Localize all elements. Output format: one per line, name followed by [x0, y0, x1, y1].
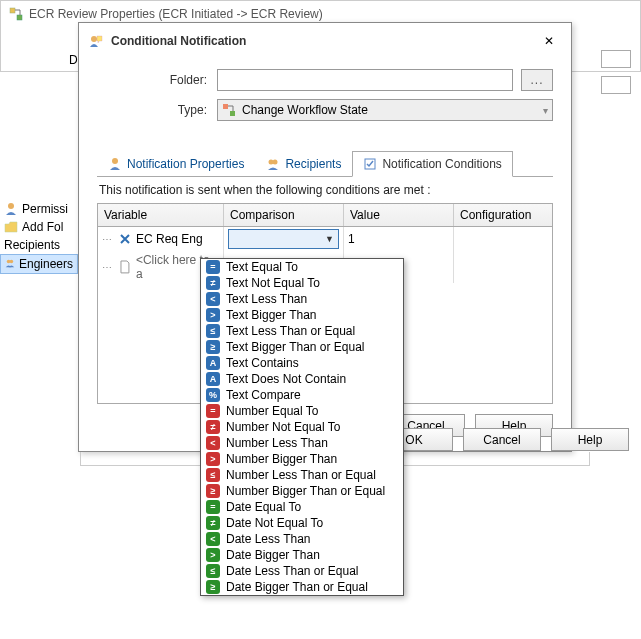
- dropdown-item[interactable]: ≠Number Not Equal To: [201, 419, 403, 435]
- dropdown-item[interactable]: AText Does Not Contain: [201, 371, 403, 387]
- svg-point-4: [10, 260, 14, 264]
- notification-icon: [89, 34, 103, 48]
- tab-label: Recipients: [285, 157, 341, 171]
- col-value[interactable]: Value: [344, 204, 454, 226]
- tree-connector: ⋯: [102, 262, 114, 273]
- dropdown-item-label: Number Bigger Than: [226, 452, 337, 466]
- outer-field-2[interactable]: [601, 76, 631, 94]
- dropdown-item[interactable]: ≤Text Less Than or Equal: [201, 323, 403, 339]
- sidebar-item-add-folder[interactable]: Add Fol: [0, 218, 78, 236]
- dropdown-item-label: Number Equal To: [226, 404, 319, 418]
- table-row[interactable]: ⋯ EC Req Eng ▼ 1: [98, 227, 552, 251]
- tab-recipients[interactable]: Recipients: [255, 151, 352, 176]
- operator-icon: =: [206, 500, 220, 514]
- cell-empty: [454, 251, 552, 283]
- svg-point-2: [8, 203, 14, 209]
- col-configuration[interactable]: Configuration: [454, 204, 552, 226]
- type-label: Type:: [97, 103, 217, 117]
- folder-label: Folder:: [97, 73, 217, 87]
- conditions-icon: [363, 157, 377, 171]
- svg-rect-7: [230, 111, 235, 116]
- sidebar-item-recipients: Recipients: [0, 236, 78, 254]
- folder-input[interactable]: [217, 69, 513, 91]
- dropdown-item-label: Number Not Equal To: [226, 420, 341, 434]
- operator-icon: >: [206, 452, 220, 466]
- close-icon: ✕: [544, 34, 554, 48]
- tree-connector: ⋯: [102, 234, 114, 245]
- outer-field-1[interactable]: [601, 50, 631, 68]
- tab-bar: Notification Properties Recipients Notif…: [97, 151, 553, 177]
- svg-rect-0: [10, 8, 15, 13]
- dropdown-item[interactable]: %Text Compare: [201, 387, 403, 403]
- dropdown-item[interactable]: ≥Text Bigger Than or Equal: [201, 339, 403, 355]
- operator-icon: ≤: [206, 468, 220, 482]
- operator-icon: <: [206, 436, 220, 450]
- dropdown-item-label: Date Bigger Than or Equal: [226, 580, 368, 594]
- dropdown-item-label: Text Does Not Contain: [226, 372, 346, 386]
- dropdown-item[interactable]: <Date Less Than: [201, 531, 403, 547]
- dropdown-item-label: Date Less Than: [226, 532, 311, 546]
- tab-label: Notification Conditions: [382, 157, 501, 171]
- operator-icon: ≥: [206, 340, 220, 354]
- dropdown-item[interactable]: ≤Number Less Than or Equal: [201, 467, 403, 483]
- dropdown-item[interactable]: =Number Equal To: [201, 403, 403, 419]
- cell-value-text: 1: [348, 232, 355, 246]
- outer-right-fields: [601, 50, 631, 110]
- variable-x-icon: [118, 232, 132, 246]
- sidebar-item-permissions[interactable]: Permissi: [0, 200, 78, 218]
- close-button[interactable]: ✕: [537, 29, 561, 53]
- sidebar-label: Recipients: [4, 238, 60, 252]
- dropdown-item[interactable]: ≠Date Not Equal To: [201, 515, 403, 531]
- cell-configuration[interactable]: [454, 227, 552, 251]
- outer-label-d: D: [69, 53, 78, 67]
- operator-icon: ≠: [206, 516, 220, 530]
- cell-comparison[interactable]: ▼: [224, 227, 344, 251]
- operator-icon: ≤: [206, 564, 220, 578]
- type-select[interactable]: Change Workflow State ▾: [217, 99, 553, 121]
- dropdown-item[interactable]: ≥Date Bigger Than or Equal: [201, 579, 403, 595]
- comparison-dropdown[interactable]: =Text Equal To≠Text Not Equal To<Text Le…: [200, 258, 404, 596]
- chevron-down-icon: ▾: [543, 105, 548, 116]
- dropdown-item-label: Date Not Equal To: [226, 516, 323, 530]
- dropdown-item-label: Text Not Equal To: [226, 276, 320, 290]
- cell-variable[interactable]: ⋯ EC Req Eng: [98, 227, 224, 251]
- tab-label: Notification Properties: [127, 157, 244, 171]
- dropdown-item-label: Date Less Than or Equal: [226, 564, 359, 578]
- svg-rect-1: [17, 15, 22, 20]
- svg-point-8: [112, 158, 118, 164]
- dropdown-item[interactable]: <Number Less Than: [201, 435, 403, 451]
- dropdown-item[interactable]: >Text Bigger Than: [201, 307, 403, 323]
- tab-notification-conditions[interactable]: Notification Conditions: [352, 151, 512, 177]
- sidebar-item-engineers[interactable]: Engineers: [0, 254, 78, 274]
- browse-button[interactable]: ...: [521, 69, 553, 91]
- dropdown-item[interactable]: ≤Date Less Than or Equal: [201, 563, 403, 579]
- dropdown-item[interactable]: ≥Number Bigger Than or Equal: [201, 483, 403, 499]
- dropdown-item[interactable]: =Date Equal To: [201, 499, 403, 515]
- sidebar-label: Add Fol: [22, 220, 63, 234]
- dialog-title: Conditional Notification: [111, 34, 246, 48]
- parent-window-buttons: OK Cancel Help: [375, 428, 629, 451]
- parent-help-button[interactable]: Help: [551, 428, 629, 451]
- col-variable[interactable]: Variable: [98, 204, 224, 226]
- document-icon: [118, 260, 132, 274]
- dropdown-item[interactable]: =Text Equal To: [201, 259, 403, 275]
- operator-icon: ≥: [206, 484, 220, 498]
- sidebar-label: Engineers: [19, 257, 73, 271]
- dropdown-item[interactable]: ≠Text Not Equal To: [201, 275, 403, 291]
- dropdown-item[interactable]: >Date Bigger Than: [201, 547, 403, 563]
- dropdown-item-label: Text Less Than or Equal: [226, 324, 355, 338]
- dropdown-item-label: Date Bigger Than: [226, 548, 320, 562]
- dropdown-item[interactable]: <Text Less Than: [201, 291, 403, 307]
- svg-point-10: [273, 160, 278, 165]
- cell-value[interactable]: 1: [344, 227, 454, 251]
- person-badge-icon: [108, 157, 122, 171]
- dropdown-item[interactable]: AText Contains: [201, 355, 403, 371]
- conditions-hint: This notification is sent when the follo…: [97, 177, 553, 203]
- parent-cancel-button[interactable]: Cancel: [463, 428, 541, 451]
- cell-variable-text: EC Req Eng: [136, 232, 203, 246]
- person-icon: [4, 202, 18, 216]
- dropdown-item[interactable]: >Number Bigger Than: [201, 451, 403, 467]
- comparison-dropdown-trigger[interactable]: ▼: [228, 229, 339, 249]
- col-comparison[interactable]: Comparison: [224, 204, 344, 226]
- tab-notification-properties[interactable]: Notification Properties: [97, 151, 255, 176]
